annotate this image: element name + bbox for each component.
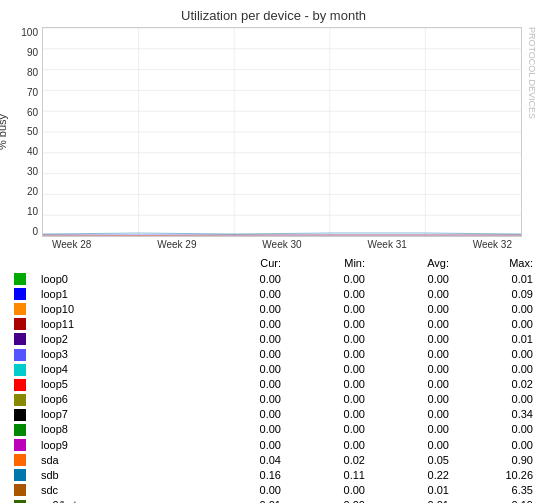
legend-color-swatch [14, 333, 26, 345]
legend-min: 0.00 [287, 331, 371, 346]
legend-avg: 0.00 [371, 362, 455, 377]
legend-avg: 0.00 [371, 286, 455, 301]
legend-max: 6.35 [455, 482, 539, 497]
legend-max: 0.01 [455, 271, 539, 286]
legend-table: Cur: Min: Avg: Max: loop0 0.00 0.00 0.00… [8, 256, 539, 503]
right-rotated-label: PROTOCOL DEVICES [524, 27, 537, 237]
legend-max: 0.19 [455, 497, 539, 503]
legend-device-name: loop4 [35, 362, 203, 377]
legend-device-name: loop1 [35, 286, 203, 301]
legend-max: 0.00 [455, 346, 539, 361]
legend-max: 0.90 [455, 452, 539, 467]
legend-row: loop10 0.00 0.00 0.00 0.00 [8, 301, 539, 316]
legend-device-name: loop8 [35, 422, 203, 437]
legend-min: 0.00 [287, 422, 371, 437]
legend-section: Cur: Min: Avg: Max: loop0 0.00 0.00 0.00… [0, 256, 547, 503]
legend-device-name: loop10 [35, 301, 203, 316]
legend-max: 0.00 [455, 301, 539, 316]
legend-max: 0.00 [455, 422, 539, 437]
legend-avg: 0.00 [371, 377, 455, 392]
legend-row: loop0 0.00 0.00 0.00 0.01 [8, 271, 539, 286]
legend-min: 0.00 [287, 271, 371, 286]
legend-row: loop7 0.00 0.00 0.00 0.34 [8, 407, 539, 422]
legend-device-name: sdc [35, 482, 203, 497]
legend-row: loop11 0.00 0.00 0.00 0.00 [8, 316, 539, 331]
legend-color-swatch [14, 349, 26, 361]
legend-cur: 0.00 [203, 482, 287, 497]
legend-min: 0.00 [287, 346, 371, 361]
legend-color-swatch [14, 318, 26, 330]
legend-max: 0.01 [455, 331, 539, 346]
legend-row: loop3 0.00 0.00 0.00 0.00 [8, 346, 539, 361]
legend-max: 0.34 [455, 407, 539, 422]
legend-color-swatch [14, 379, 26, 391]
legend-row: sda 0.04 0.02 0.05 0.90 [8, 452, 539, 467]
legend-max: 0.09 [455, 286, 539, 301]
legend-row: sdc 0.00 0.00 0.01 6.35 [8, 482, 539, 497]
legend-row: loop8 0.00 0.00 0.00 0.00 [8, 422, 539, 437]
legend-cur: 0.00 [203, 301, 287, 316]
legend-cur: 0.00 [203, 422, 287, 437]
legend-cur: 0.00 [203, 377, 287, 392]
graph-area: Week 28 Week 29 Week 30 Week 31 Week 32 [42, 27, 524, 250]
legend-device-name: sdb [35, 467, 203, 482]
legend-device-name: vg0/lv-tmp [35, 497, 203, 503]
legend-avg: 0.00 [371, 422, 455, 437]
legend-avg: 0.00 [371, 407, 455, 422]
legend-color-swatch [14, 469, 26, 481]
legend-header-row: Cur: Min: Avg: Max: [8, 256, 539, 271]
legend-cur: 0.00 [203, 407, 287, 422]
legend-color-swatch [14, 500, 26, 504]
legend-avg: 0.00 [371, 271, 455, 286]
legend-avg: 0.05 [371, 452, 455, 467]
legend-max: 0.00 [455, 437, 539, 452]
legend-avg: 0.22 [371, 467, 455, 482]
legend-avg: 0.01 [371, 497, 455, 503]
legend-avg: 0.00 [371, 331, 455, 346]
legend-color-swatch [14, 484, 26, 496]
legend-device-name: loop5 [35, 377, 203, 392]
legend-row: sdb 0.16 0.11 0.22 10.26 [8, 467, 539, 482]
legend-cur: 0.04 [203, 452, 287, 467]
legend-cur: 0.00 [203, 271, 287, 286]
legend-min: 0.00 [287, 497, 371, 503]
legend-max: 0.02 [455, 377, 539, 392]
legend-device-name: loop2 [35, 331, 203, 346]
legend-device-name: loop11 [35, 316, 203, 331]
legend-row: loop6 0.00 0.00 0.00 0.00 [8, 392, 539, 407]
legend-cur: 0.00 [203, 392, 287, 407]
legend-max: 10.26 [455, 467, 539, 482]
legend-max: 0.00 [455, 392, 539, 407]
legend-row: loop4 0.00 0.00 0.00 0.00 [8, 362, 539, 377]
legend-min: 0.00 [287, 407, 371, 422]
legend-color-swatch [14, 364, 26, 376]
legend-min: 0.00 [287, 377, 371, 392]
legend-min: 0.11 [287, 467, 371, 482]
legend-color-swatch [14, 439, 26, 451]
legend-max: 0.00 [455, 362, 539, 377]
chart-container: Utilization per device - by month % busy… [0, 0, 547, 503]
legend-row: loop5 0.00 0.00 0.00 0.02 [8, 377, 539, 392]
legend-color-swatch [14, 424, 26, 436]
legend-cur: 0.16 [203, 467, 287, 482]
legend-cur: 0.01 [203, 497, 287, 503]
legend-color-swatch [14, 303, 26, 315]
legend-min: 0.02 [287, 452, 371, 467]
legend-avg: 0.00 [371, 437, 455, 452]
legend-min: 0.00 [287, 301, 371, 316]
legend-cur: 0.00 [203, 362, 287, 377]
legend-cur: 0.00 [203, 437, 287, 452]
legend-row: loop9 0.00 0.00 0.00 0.00 [8, 437, 539, 452]
legend-row: loop1 0.00 0.00 0.00 0.09 [8, 286, 539, 301]
chart-title: Utilization per device - by month [0, 0, 547, 27]
legend-avg: 0.01 [371, 482, 455, 497]
legend-cur: 0.00 [203, 316, 287, 331]
legend-device-name: loop9 [35, 437, 203, 452]
y-axis-labels: % busy 100 90 80 70 60 50 40 30 20 10 0 [10, 27, 42, 237]
legend-row: loop2 0.00 0.00 0.00 0.01 [8, 331, 539, 346]
legend-device-name: sda [35, 452, 203, 467]
chart-svg [42, 27, 522, 237]
x-axis-labels: Week 28 Week 29 Week 30 Week 31 Week 32 [42, 239, 522, 250]
legend-device-name: loop3 [35, 346, 203, 361]
legend-device-name: loop6 [35, 392, 203, 407]
